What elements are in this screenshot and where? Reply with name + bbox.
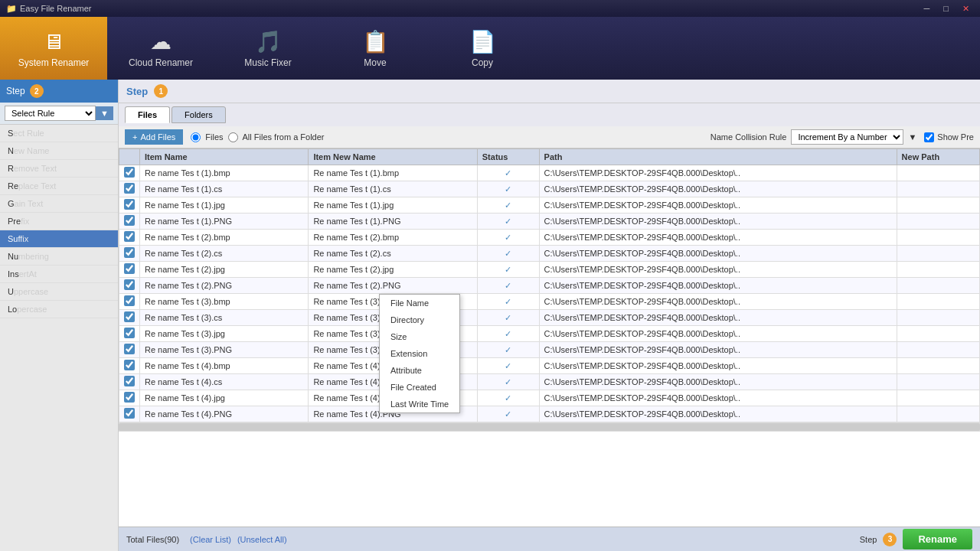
row-checkbox[interactable] [124, 167, 135, 178]
move-button[interactable]: 📋 Move [322, 17, 429, 80]
step3-area: Step 3 Rename [860, 529, 972, 549]
row-checkbox[interactable] [124, 360, 135, 370]
table-row: Re name Tes t (1).cs Re name Tes t (1).c… [119, 181, 980, 197]
horizontal-scrollbar[interactable] [119, 422, 980, 432]
row-status: ✓ [477, 326, 539, 342]
sidebar-label-lowercase: Lopercase [8, 305, 47, 314]
add-files-button[interactable]: + Add Files [125, 129, 183, 145]
row-checkbox[interactable] [124, 199, 135, 210]
system-renamer-button[interactable]: 🖥 System Renamer [0, 17, 107, 80]
sidebar-item-insert-at[interactable]: InsertAt [0, 266, 118, 283]
row-check-cell [119, 406, 140, 422]
row-check-cell [119, 181, 140, 197]
row-item-name: Re name Tes t (1).cs [140, 181, 309, 197]
rule-dropdown-btn[interactable]: ▼ [96, 106, 113, 120]
collision-select[interactable]: Increment By a Number [791, 129, 903, 145]
row-new-path [897, 358, 979, 374]
step2-header: Step 2 [0, 80, 118, 103]
cloud-renamer-label: Cloud Renamer [129, 57, 193, 68]
copy-button[interactable]: 📄 Copy [429, 17, 536, 80]
row-item-new-name: Re name Tes t (2).jpg [309, 262, 477, 278]
row-checkbox[interactable] [124, 328, 135, 338]
row-item-name: Re name Tes t (4).cs [140, 374, 309, 390]
sidebar-item-replace-text[interactable]: Replace Text [0, 178, 118, 195]
sidebar-item-gain-text[interactable]: Gain Text [0, 195, 118, 213]
name-collision-row: Name Collision Rule Increment By a Numbe… [710, 129, 917, 145]
maximize-btn[interactable]: □ [939, 4, 953, 14]
show-prev-checkbox[interactable] [924, 132, 934, 142]
sidebar-item-numbering[interactable]: Numbering [0, 248, 118, 266]
main-area: Step 2 Select Rule ▼ Sect Rule New Name … [0, 80, 980, 551]
row-item-name: Re name Tes t (2).PNG [140, 278, 309, 294]
row-status: ✓ [477, 310, 539, 326]
sidebar-item-select-rule[interactable]: Sect Rule [0, 125, 118, 142]
row-checkbox[interactable] [124, 231, 135, 242]
table-row: Re name Tes t (3).PNG Re name Tes t (3).… [119, 342, 980, 358]
unselect-all-link[interactable]: (Unselect All) [237, 535, 287, 544]
rule-select[interactable]: Select Rule [5, 106, 96, 121]
row-status: ✓ [477, 374, 539, 390]
music-fixer-icon: 🎵 [255, 29, 282, 54]
row-path: C:\Users\TEMP.DESKTOP-29SF4QB.000\Deskto… [539, 342, 897, 358]
tab-files[interactable]: Files [125, 106, 170, 123]
tabs-row: Files Folders [119, 103, 980, 126]
row-checkbox[interactable] [124, 263, 135, 274]
radio-group: Files All Files from a Folder [191, 132, 324, 142]
radio-files-label: Files [205, 132, 223, 142]
table-row: Re name Tes t (3).bmp Re name Tes t (3).… [119, 294, 980, 310]
row-checkbox[interactable] [124, 376, 135, 386]
row-check-cell [119, 230, 140, 246]
radio-all-files[interactable] [228, 132, 238, 142]
sidebar-label-new-name: New Name [8, 146, 49, 155]
close-btn[interactable]: ✕ [958, 4, 974, 14]
row-item-new-name: Re name Tes t (1).jpg [309, 197, 477, 214]
row-checkbox[interactable] [124, 295, 135, 306]
row-checkbox[interactable] [124, 215, 135, 226]
minimize-btn[interactable]: ─ [920, 4, 935, 14]
row-checkbox[interactable] [124, 311, 135, 322]
row-status: ✓ [477, 230, 539, 246]
row-new-path [897, 406, 979, 422]
sidebar-item-uppercase[interactable]: Uppercase [0, 283, 118, 301]
cloud-renamer-button[interactable]: ☁ Cloud Renamer [107, 17, 214, 80]
row-check-cell [119, 262, 140, 278]
radio-all-files-label: All Files from a Folder [243, 132, 325, 142]
sidebar-item-remove-text[interactable]: Remove Text [0, 160, 118, 178]
sidebar-item-prefix[interactable]: Prefix [0, 213, 118, 230]
sidebar-label-uppercase: Uppercase [8, 287, 48, 296]
sort-dropdown-item[interactable]: Directory [380, 311, 459, 328]
sort-dropdown-item[interactable]: Last Write Time [380, 396, 459, 412]
row-status: ✓ [477, 181, 539, 197]
row-checkbox[interactable] [124, 247, 135, 258]
tab-folders[interactable]: Folders [172, 106, 226, 123]
col-status: Status [477, 149, 539, 165]
row-check-cell [119, 358, 140, 374]
row-checkbox[interactable] [124, 344, 135, 354]
sidebar-item-new-name[interactable]: New Name [0, 142, 118, 160]
row-check-cell [119, 326, 140, 342]
row-item-name: Re name Tes t (1).PNG [140, 214, 309, 230]
sort-dropdown-item[interactable]: File Name [380, 295, 459, 311]
table-row: Re name Tes t (4).jpg Re name Tes t (4).… [119, 390, 980, 406]
sort-dropdown-item[interactable]: Extension [380, 345, 459, 362]
rename-button[interactable]: Rename [903, 529, 972, 549]
row-new-path [897, 197, 979, 214]
row-checkbox[interactable] [124, 408, 135, 419]
row-checkbox[interactable] [124, 392, 135, 403]
step2-badge: 2 [30, 84, 44, 98]
row-checkbox[interactable] [124, 279, 135, 290]
table-row: Re name Tes t (2).jpg Re name Tes t (2).… [119, 262, 980, 278]
sort-dropdown-item[interactable]: Size [380, 328, 459, 345]
sidebar-item-suffix[interactable]: Suffix [0, 230, 118, 248]
sort-dropdown-item[interactable]: Attribute [380, 362, 459, 379]
music-fixer-button[interactable]: 🎵 Music Fixer [214, 17, 322, 80]
sidebar-item-lowercase[interactable]: Lopercase [0, 301, 118, 318]
sort-dropdown-item[interactable]: File Created [380, 379, 459, 396]
row-check-cell [119, 278, 140, 294]
row-check-cell [119, 390, 140, 406]
table-row: Re name Tes t (2).cs Re name Tes t (2).c… [119, 246, 980, 262]
row-checkbox[interactable] [124, 183, 135, 194]
clear-list-link[interactable]: (Clear List) [190, 535, 231, 544]
row-check-cell [119, 294, 140, 310]
radio-files[interactable] [191, 132, 201, 142]
